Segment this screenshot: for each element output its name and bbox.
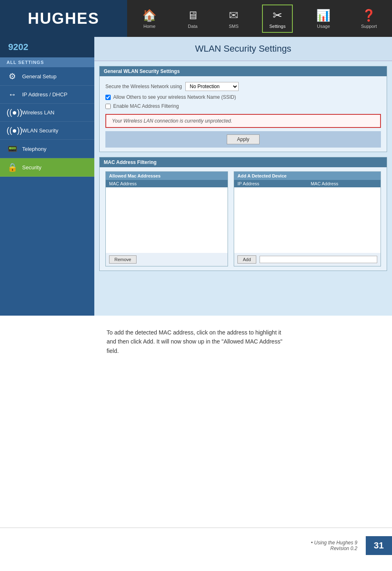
sidebar-wireless-lan-label: Wireless LAN xyxy=(22,109,55,116)
sidebar-item-wireless-lan[interactable]: ((●)) Wireless LAN xyxy=(0,104,94,122)
sidebar-section-label: ALL SETTINGS xyxy=(0,57,94,67)
general-wlan-body: Secure the Wireless Network using No Pro… xyxy=(100,76,387,152)
telephony-icon: 📟 xyxy=(7,144,18,154)
logo: HUGHES xyxy=(28,10,100,27)
sms-icon: ✉ xyxy=(229,9,238,22)
enable-mac-row: Enable MAC Address Filtering xyxy=(105,102,381,111)
page-content: WLAN Security Settings General WLAN Secu… xyxy=(94,37,392,316)
secure-network-row: Secure the Wireless Network using No Pro… xyxy=(105,80,381,93)
description-area: To add the detected MAC address, click o… xyxy=(0,316,392,364)
allowed-mac-container: Allowed Mac Addresses MAC Address Remove xyxy=(105,171,228,266)
protection-select[interactable]: No Protection xyxy=(185,82,239,91)
general-wlan-header: General WLAN Security Settings xyxy=(100,66,387,76)
mac-address-panel: MAC Address Filtering Allowed Mac Addres… xyxy=(99,157,387,271)
support-icon: ❓ xyxy=(362,9,376,22)
warning-text: Your Wireless LAN connection is currentl… xyxy=(112,118,232,124)
ip-address-col-header: IP Address xyxy=(234,180,307,187)
mac-address-col-header: MAC Address xyxy=(308,180,381,187)
mac-col-header: MAC Address xyxy=(106,180,228,187)
footer-line2: Revision 0.2 xyxy=(311,546,358,551)
home-icon: 🏠 xyxy=(142,9,157,22)
apply-button[interactable]: Apply xyxy=(227,134,260,144)
lock-icon: 🔒 xyxy=(7,162,18,172)
remove-button[interactable]: Remove xyxy=(109,255,137,264)
page-title-bar: WLAN Security Settings xyxy=(94,37,392,61)
nav-data[interactable]: 🖥 Data xyxy=(180,5,205,32)
logo-area: HUGHES xyxy=(0,0,127,37)
nav-usage-label: Usage xyxy=(317,24,330,29)
sidebar-wlan-security-label: WLAN Security xyxy=(22,127,58,134)
enable-mac-checkbox[interactable] xyxy=(105,104,111,109)
sidebar-item-security[interactable]: 🔒 Security xyxy=(0,158,94,177)
detected-device-container: Add A Detected Device IP Address MAC Add… xyxy=(234,171,381,266)
nav-data-label: Data xyxy=(188,24,197,29)
wireless-icon: ((●)) xyxy=(7,108,18,117)
allow-ssid-row: Allow Others to see your wireless Networ… xyxy=(105,93,381,102)
sidebar-item-ip-dhcp[interactable]: ↔ IP Address / DHCP xyxy=(0,86,94,104)
nav-icons: 🏠 Home 🖥 Data ✉ SMS ✂ Settings 📊 Usage ❓… xyxy=(127,0,392,37)
usage-icon: 📊 xyxy=(316,9,330,22)
nav-sms-label: SMS xyxy=(229,24,239,29)
allowed-mac-header: Allowed Mac Addresses xyxy=(106,172,228,180)
nav-sms[interactable]: ✉ SMS xyxy=(222,5,246,32)
sidebar-item-general-setup[interactable]: ⚙ General Setup xyxy=(0,67,94,86)
footer-page-number: 31 xyxy=(366,536,392,555)
allow-ssid-label: Allow Others to see your wireless Networ… xyxy=(113,94,236,100)
nav-settings[interactable]: ✂ Settings xyxy=(262,5,293,33)
detected-device-table-body[interactable] xyxy=(234,187,381,253)
apply-row: Apply xyxy=(105,131,381,148)
description-text: To add the detected MAC address, click o… xyxy=(107,328,285,355)
main-layout: 9202 ALL SETTINGS ⚙ General Setup ↔ IP A… xyxy=(0,37,392,316)
nav-usage[interactable]: 📊 Usage xyxy=(309,5,337,32)
sidebar-telephony-label: Telephony xyxy=(22,146,46,152)
secure-network-label: Secure the Wireless Network using xyxy=(105,84,182,89)
device-id: 9202 xyxy=(0,37,94,57)
mac-input-field[interactable] xyxy=(260,256,377,263)
data-icon: 🖥 xyxy=(187,9,198,22)
detected-col-headers: IP Address MAC Address xyxy=(234,180,381,187)
mac-panel-body: Allowed Mac Addresses MAC Address Remove… xyxy=(100,167,387,271)
wlan-security-icon: ((●)) xyxy=(7,126,18,135)
footer: • Using the Hughes 9 Revision 0.2 31 xyxy=(0,528,392,563)
allowed-mac-table-body[interactable] xyxy=(106,187,228,253)
page-title: WLAN Security Settings xyxy=(103,43,384,54)
sidebar-ip-dhcp-label: IP Address / DHCP xyxy=(22,91,67,98)
sidebar-general-setup-label: General Setup xyxy=(22,73,57,80)
settings-icon: ✂ xyxy=(273,9,282,22)
nav-home[interactable]: 🏠 Home xyxy=(135,5,164,32)
footer-right: • Using the Hughes 9 Revision 0.2 31 xyxy=(311,536,392,555)
sidebar-item-wlan-security[interactable]: ((●)) WLAN Security xyxy=(0,122,94,140)
mac-panel-header: MAC Address Filtering xyxy=(100,157,387,167)
nav-support-label: Support xyxy=(361,24,377,29)
general-wlan-panel: General WLAN Security Settings Secure th… xyxy=(99,66,387,152)
sidebar-item-telephony[interactable]: 📟 Telephony xyxy=(0,140,94,158)
nav-support[interactable]: ❓ Support xyxy=(354,5,384,32)
allow-ssid-checkbox[interactable] xyxy=(105,95,111,100)
mac-right-actions: Add xyxy=(234,253,381,266)
mac-left-actions: Remove xyxy=(106,253,228,266)
add-button[interactable]: Add xyxy=(237,255,256,264)
top-nav: HUGHES 🏠 Home 🖥 Data ✉ SMS ✂ Settings 📊 … xyxy=(0,0,392,37)
arrows-icon: ↔ xyxy=(7,90,18,99)
footer-line1: • Using the Hughes 9 xyxy=(311,540,358,546)
sidebar: 9202 ALL SETTINGS ⚙ General Setup ↔ IP A… xyxy=(0,37,94,316)
gear-icon: ⚙ xyxy=(7,71,18,81)
nav-settings-label: Settings xyxy=(269,24,286,29)
warning-box: Your Wireless LAN connection is currentl… xyxy=(105,114,381,128)
footer-text: • Using the Hughes 9 Revision 0.2 xyxy=(311,540,366,551)
detected-device-header: Add A Detected Device xyxy=(234,172,381,180)
nav-home-label: Home xyxy=(144,24,155,29)
sidebar-security-label: Security xyxy=(22,164,41,171)
enable-mac-label: Enable MAC Address Filtering xyxy=(113,103,179,109)
